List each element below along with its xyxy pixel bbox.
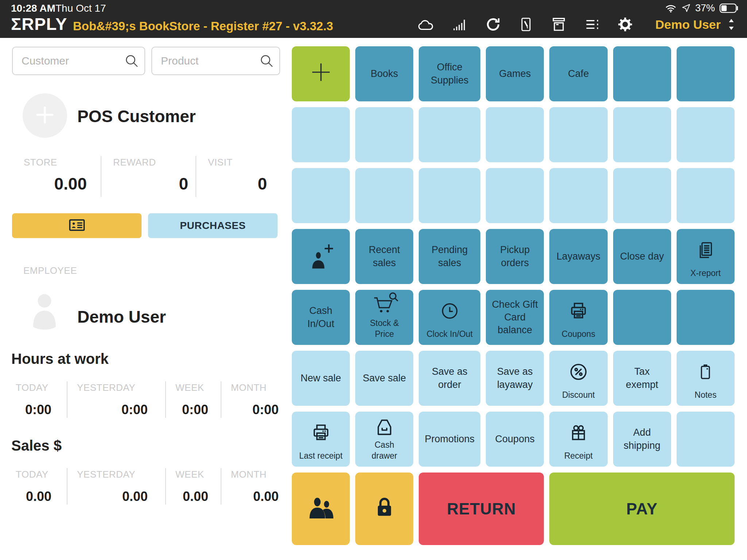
stat-label: YESTERDAY [67, 468, 165, 480]
tile-empty [613, 107, 671, 162]
status-time: 10:28 AM [11, 3, 55, 14]
user-switcher[interactable]: Demo User [655, 17, 737, 32]
tile-notes[interactable]: Notes [677, 351, 735, 406]
printer-icon [310, 412, 332, 451]
tile-pay[interactable]: PAY [549, 472, 735, 545]
stat-value: 0.00 [12, 489, 67, 504]
stat-value: 0.00 [67, 489, 165, 504]
employee-section-label: EMPLOYEE [23, 265, 77, 276]
tile-label: Save as layaway [492, 365, 538, 391]
tile-pickup-orders[interactable]: Pickup orders [486, 229, 544, 284]
tile-add-shipping[interactable]: Add shipping [613, 412, 671, 467]
purchases-button[interactable]: PURCHASES [148, 213, 278, 238]
tile-cash-drawer[interactable]: Cash drawer [355, 412, 413, 467]
tile-customers[interactable] [292, 472, 350, 545]
tile-empty [486, 107, 544, 162]
tile-empty [486, 168, 544, 223]
tile-save-as-order[interactable]: Save as order [419, 351, 480, 406]
stat-value: 0 [101, 174, 196, 194]
tile-clock-in-out[interactable]: Clock In/Out [419, 290, 480, 345]
tile-cash-in-out[interactable]: Cash In/Out [292, 290, 350, 345]
tile-empty [549, 168, 607, 223]
stat-label: REWARD [101, 156, 196, 168]
tile-tax-exempt[interactable]: Tax exempt [613, 351, 671, 406]
tile-recent-sales[interactable]: Recent sales [355, 229, 413, 284]
register-icon[interactable] [550, 16, 568, 33]
tile-empty [419, 168, 480, 223]
tile-empty [677, 46, 735, 101]
tile-label: Cash drawer [361, 440, 407, 467]
x-report-icon [695, 229, 716, 268]
tile-label: Clock In/Out [426, 329, 473, 345]
product-search [151, 47, 280, 75]
tile-label: Check Gift Card balance [492, 298, 538, 337]
stat-label: STORE [12, 156, 101, 168]
tile-empty [677, 290, 735, 345]
tile-label: Cash In/Out [298, 304, 344, 330]
search-icon [259, 53, 274, 70]
tile-label: Save sale [363, 372, 406, 385]
tile-label: Add shipping [619, 426, 665, 452]
id-card-icon [66, 216, 88, 236]
tile-gift-receipt[interactable]: Receipt [549, 412, 607, 467]
tile-x-report[interactable]: X-report [677, 229, 735, 284]
stat-label: MONTH [221, 468, 280, 480]
tile-category-office-supplies[interactable]: Office Supplies [419, 46, 480, 101]
stat-label: YESTERDAY [67, 381, 165, 393]
customer-stats: STORE0.00 REWARD0 VISIT0 [12, 156, 280, 197]
user-arrows-icon [726, 17, 737, 32]
stat-label: TODAY [12, 381, 67, 393]
pos-customer-name: POS Customer [77, 106, 196, 126]
tile-close-day[interactable]: Close day [613, 229, 671, 284]
tile-category-cafe[interactable]: Cafe [549, 46, 607, 101]
tile-save-sale[interactable]: Save sale [355, 351, 413, 406]
customer-card-button[interactable] [12, 213, 142, 238]
tile-pending-sales[interactable]: Pending sales [419, 229, 480, 284]
search-icon [124, 53, 139, 70]
add-customer-avatar[interactable] [23, 93, 67, 138]
tile-print-coupons[interactable]: Coupons [549, 290, 607, 345]
tile-label: PAY [626, 498, 658, 519]
tile-stock-and-price[interactable]: Stock & Price [355, 290, 413, 345]
sync-icon[interactable] [484, 16, 502, 33]
tile-empty [292, 168, 350, 223]
tile-empty [677, 168, 735, 223]
hours-stats: TODAY0:00 YESTERDAY0:00 WEEK0:00 MONTH0:… [12, 381, 280, 418]
tile-return[interactable]: RETURN [419, 472, 544, 545]
top-header: 10:28 AM Thu Oct 17 37% ΣRPLY Bob&#39;s … [0, 0, 747, 38]
status-date: Thu Oct 17 [55, 3, 106, 14]
cloud-icon[interactable] [417, 15, 435, 34]
tile-empty [292, 107, 350, 162]
tile-label: Coupons [562, 329, 595, 345]
tile-layaways[interactable]: Layaways [549, 229, 607, 284]
tile-promotions[interactable]: Promotions [419, 412, 480, 467]
tile-label: Pickup orders [492, 244, 538, 269]
battery-percent: 37% [695, 3, 715, 14]
printer-icon [568, 290, 589, 329]
current-user: Demo User [655, 18, 721, 32]
tile-add-customer[interactable] [292, 229, 350, 284]
tile-check-gift-card-balance[interactable]: Check Gift Card balance [486, 290, 544, 345]
tile-empty [355, 168, 413, 223]
cash-drawer-icon [374, 412, 395, 440]
tile-category-books[interactable]: Books [355, 46, 413, 101]
tile-discount[interactable]: Discount [549, 351, 607, 406]
gear-icon[interactable] [616, 16, 634, 33]
tile-category-games[interactable]: Games [486, 46, 544, 101]
tile-add-product-group[interactable] [292, 46, 350, 101]
tablet-pencil-icon[interactable] [518, 16, 534, 33]
tile-empty [613, 290, 671, 345]
menu-list-icon[interactable] [584, 16, 600, 33]
signal-bars-icon[interactable] [451, 16, 468, 33]
tile-lock[interactable] [355, 472, 413, 545]
tile-empty [677, 412, 735, 467]
stat-value: 0.00 [166, 489, 221, 504]
tile-new-sale[interactable]: New sale [292, 351, 350, 406]
tile-coupons[interactable]: Coupons [486, 412, 544, 467]
hours-at-work-title: Hours at work [11, 351, 109, 367]
tile-save-as-layaway[interactable]: Save as layaway [486, 351, 544, 406]
register-title: Bob&#39;s BookStore - Register #27 - v3.… [73, 19, 333, 33]
battery-icon [719, 3, 739, 13]
tile-last-receipt[interactable]: Last receipt [292, 412, 350, 467]
tile-empty [613, 168, 671, 223]
